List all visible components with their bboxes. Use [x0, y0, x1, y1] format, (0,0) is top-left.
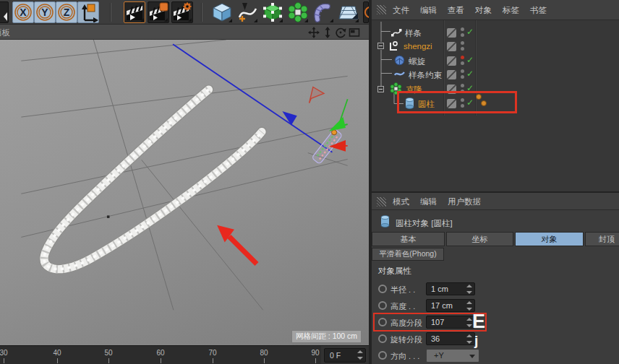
tab-coordinates[interactable]: 坐标 — [446, 232, 513, 246]
axis-center-dot — [107, 215, 110, 218]
orientation-dropdown[interactable]: +Y — [426, 349, 479, 363]
pan-view-icon[interactable] — [308, 27, 320, 38]
ruler-number: 90 — [311, 349, 319, 357]
cylinder-gizmo — [312, 99, 348, 164]
keyframe-circle[interactable] — [378, 285, 387, 293]
z-axis-lock-button[interactable]: Z — [56, 1, 77, 23]
clipped-toolbar-icon[interactable] — [363, 1, 369, 23]
cylinder-icon — [380, 214, 390, 228]
editor-visibility-dot[interactable] — [461, 41, 464, 45]
layer-toggle[interactable] — [447, 42, 456, 51]
layer-toggle[interactable] — [447, 70, 456, 79]
layer-toggle[interactable] — [447, 56, 456, 66]
rotate-view-icon[interactable] — [335, 27, 346, 38]
om-menu-objects[interactable]: 对象 — [475, 5, 492, 16]
gear-icon — [184, 3, 192, 11]
y-axis-lock-button[interactable]: Y — [34, 1, 56, 23]
ruler-number: 70 — [208, 349, 216, 357]
section-object-properties: 对象属性 — [378, 266, 411, 277]
om-menu-edit[interactable]: 编辑 — [420, 5, 437, 16]
height-stepper[interactable] — [466, 301, 472, 311]
rope-object — [44, 90, 262, 269]
array-cloner-button[interactable] — [287, 1, 309, 23]
spline-wrap-icon — [394, 69, 405, 79]
prop-row-height: 高度 . . 17 cm — [372, 298, 619, 313]
spline-pen-button[interactable] — [236, 1, 258, 23]
timeline-ruler[interactable]: 30 40 50 60 70 80 90 — [0, 345, 321, 364]
layer-toggle[interactable] — [447, 28, 456, 38]
editor-visibility-dot[interactable] — [461, 69, 464, 73]
enable-check[interactable]: ✓ — [466, 69, 474, 79]
render-visibility-dot[interactable] — [461, 61, 464, 65]
editor-visibility-dot-red[interactable] — [461, 56, 464, 59]
expander-shengzi[interactable] — [377, 43, 384, 49]
keyframe-circle[interactable] — [378, 301, 387, 310]
annotation-box-height-segments — [373, 313, 487, 332]
render-visibility-dot[interactable] — [461, 33, 464, 37]
object-title: 圆柱对象 [圆柱] — [396, 218, 453, 229]
toggle-panel-icon[interactable] — [349, 27, 360, 38]
deformer-button[interactable] — [312, 1, 334, 23]
tab-basic[interactable]: 基本 — [372, 232, 445, 246]
viewport-menubar: 面板 — [0, 25, 369, 40]
frame-stepper[interactable] — [357, 350, 363, 360]
subdivision-cube-button[interactable] — [262, 1, 283, 23]
om-menu-file[interactable]: 文件 — [393, 5, 409, 16]
coordinate-system-button[interactable] — [77, 1, 99, 23]
grid-spacing-label: 网格间距 : 100 cm — [291, 330, 362, 343]
watermark-letter-e: E — [472, 311, 485, 333]
viewport-menu-panel[interactable]: 面板 — [0, 27, 10, 38]
z-axis-label: Z — [56, 2, 77, 22]
toolbar-separator — [201, 3, 202, 22]
render-settings-button[interactable] — [171, 1, 193, 23]
ruler-number: 50 — [104, 349, 112, 357]
radius-input[interactable]: 1 cm — [426, 282, 475, 295]
render-view-button[interactable] — [124, 1, 145, 23]
editor-visibility-dot[interactable] — [461, 84, 464, 87]
right-panel: 文件 编辑 查看 对象 标签 书签 — [372, 0, 619, 364]
tab-object[interactable]: 对象 — [515, 232, 584, 246]
rotation-segments-input[interactable]: 36 — [426, 332, 475, 345]
om-menu-tags[interactable]: 标签 — [503, 5, 519, 16]
current-frame-input[interactable]: 0 F — [324, 348, 366, 363]
chevron-down-icon — [469, 355, 475, 358]
render-visibility-dot[interactable] — [461, 47, 464, 51]
render-region-button[interactable] — [148, 1, 169, 23]
ruler-number: 40 — [53, 349, 61, 357]
rotation-segments-stepper[interactable] — [466, 334, 472, 344]
attribute-manager: 模式 编辑 用户数据 圆柱对象 [圆柱] 基本 坐标 对象 封顶 平滑着色(Ph… — [372, 191, 619, 364]
y-axis-label: Y — [35, 2, 55, 22]
ruler-number: 80 — [260, 349, 268, 357]
primitive-cube-button[interactable] — [211, 1, 233, 23]
panel-grip-icon[interactable] — [377, 5, 386, 14]
x-axis-lock-button[interactable]: X — [12, 1, 34, 23]
om-menu-bookmarks[interactable]: 书签 — [530, 5, 547, 16]
am-menu-mode[interactable]: 模式 — [393, 196, 409, 207]
panel-grip-icon[interactable] — [377, 197, 386, 207]
null-object-icon — [388, 40, 399, 52]
y-axis-handle — [329, 99, 348, 131]
am-menu-edit[interactable]: 编辑 — [420, 196, 437, 207]
om-menu-view[interactable]: 查看 — [448, 5, 464, 16]
height-input[interactable]: 17 cm — [426, 299, 475, 312]
helix-icon — [394, 55, 405, 66]
prop-row-rotation-segments: 旋转分段 36 — [372, 332, 619, 347]
gizmo-handle-dot — [332, 130, 337, 135]
floor-environment-button[interactable] — [338, 1, 359, 23]
zoom-view-icon[interactable] — [322, 27, 333, 38]
enable-check[interactable]: ✓ — [466, 55, 474, 65]
frame-field-area: 0 F — [321, 345, 369, 364]
viewport-canvas[interactable]: 网格间距 : 100 cm — [0, 40, 369, 345]
keyframe-circle[interactable] — [378, 334, 387, 343]
clipped-toolbar-icon[interactable] — [0, 1, 9, 23]
render-visibility-dot[interactable] — [461, 75, 464, 79]
keyframe-circle[interactable] — [378, 351, 387, 360]
radius-stepper[interactable] — [466, 285, 472, 294]
enable-check[interactable]: ✓ — [466, 27, 474, 37]
tab-caps[interactable]: 封顶 — [585, 232, 619, 246]
expander-cloner[interactable] — [377, 86, 384, 92]
am-menu-userdata[interactable]: 用户数据 — [448, 196, 481, 207]
editor-visibility-dot[interactable] — [461, 27, 464, 31]
watermark-letter-j: j — [474, 333, 478, 349]
tab-phong[interactable]: 平滑着色(Phong) — [372, 248, 444, 261]
